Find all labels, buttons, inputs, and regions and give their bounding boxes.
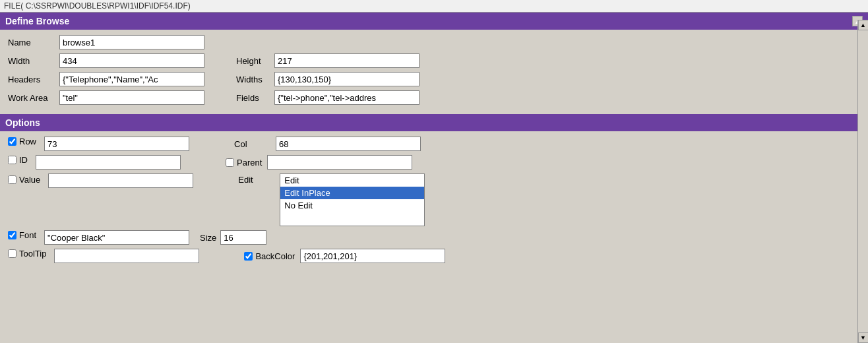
- edit-option-editinplace[interactable]: Edit InPlace: [280, 187, 424, 199]
- define-browse-header: Define Browse ▲: [0, 13, 868, 30]
- parent-label: Parent: [237, 158, 262, 168]
- tooltip-checkbox-label[interactable]: ToolTip: [8, 249, 46, 259]
- id-input[interactable]: [36, 155, 181, 170]
- name-label: Name: [8, 38, 54, 47]
- fields-input[interactable]: [274, 90, 419, 105]
- value-input[interactable]: [48, 173, 193, 188]
- tooltip-checkbox[interactable]: [8, 249, 16, 258]
- tooltip-label: ToolTip: [19, 249, 46, 259]
- size-label: Size: [200, 233, 216, 243]
- title-bar: FILE( C:\SSRPWI\DOUBLES\RPWI1\IDF\IDF54.…: [0, 0, 868, 13]
- height-input[interactable]: [274, 53, 419, 68]
- title-text: FILE( C:\SSRPWI\DOUBLES\RPWI1\IDF\IDF54.…: [4, 1, 191, 11]
- row-label: Row: [19, 137, 36, 146]
- font-label: Font: [19, 230, 36, 240]
- parent-checkbox-label[interactable]: Parent: [226, 158, 262, 168]
- id-checkbox[interactable]: [8, 156, 16, 164]
- define-browse-title: Define Browse: [5, 16, 69, 26]
- value-label: Value: [19, 175, 40, 185]
- height-label: Height: [236, 56, 269, 66]
- font-checkbox-label[interactable]: Font: [8, 230, 36, 240]
- workarea-label: Work Area: [8, 93, 54, 103]
- headers-label: Headers: [8, 75, 54, 84]
- width-input[interactable]: [59, 53, 204, 68]
- main-scrollbar: ▲ ▼: [857, 20, 868, 343]
- backcolor-checkbox-label[interactable]: BackColor: [244, 251, 295, 261]
- edit-option-noedit[interactable]: No Edit: [280, 199, 424, 212]
- font-checkbox[interactable]: [8, 231, 16, 239]
- font-input[interactable]: [44, 230, 189, 245]
- edit-option-edit[interactable]: Edit: [280, 174, 424, 187]
- widths-input[interactable]: [274, 72, 419, 86]
- main-scroll-up[interactable]: ▲: [858, 20, 869, 30]
- edit-dropdown-list[interactable]: Edit Edit InPlace No Edit: [280, 173, 425, 226]
- id-label: ID: [19, 155, 28, 165]
- tooltip-input[interactable]: [54, 249, 199, 263]
- name-input[interactable]: [59, 35, 204, 49]
- width-label: Width: [8, 56, 54, 66]
- edit-label: Edit: [238, 175, 274, 185]
- id-checkbox-label[interactable]: ID: [8, 155, 28, 165]
- row-checkbox-label[interactable]: Row: [8, 137, 36, 146]
- fields-label: Fields: [236, 93, 269, 103]
- backcolor-checkbox[interactable]: [244, 252, 253, 261]
- widths-label: Widths: [236, 75, 269, 84]
- main-scroll-down[interactable]: ▼: [858, 332, 869, 343]
- row-checkbox[interactable]: [8, 137, 16, 146]
- value-checkbox-label[interactable]: Value: [8, 175, 40, 185]
- parent-checkbox[interactable]: [226, 158, 234, 167]
- edit-dropdown-container: Edit Edit InPlace No Edit: [280, 173, 425, 226]
- col-input[interactable]: [276, 137, 421, 151]
- headers-input[interactable]: [59, 72, 204, 86]
- backcolor-label: BackColor: [255, 251, 295, 261]
- col-label: Col: [234, 139, 270, 149]
- options-title: Options: [5, 117, 40, 128]
- row-input[interactable]: [44, 137, 189, 151]
- size-input[interactable]: [220, 230, 266, 245]
- value-checkbox[interactable]: [8, 175, 16, 184]
- backcolor-input[interactable]: [300, 249, 445, 263]
- parent-input[interactable]: [267, 155, 412, 170]
- options-header: Options: [0, 114, 868, 131]
- workarea-input[interactable]: [59, 90, 204, 105]
